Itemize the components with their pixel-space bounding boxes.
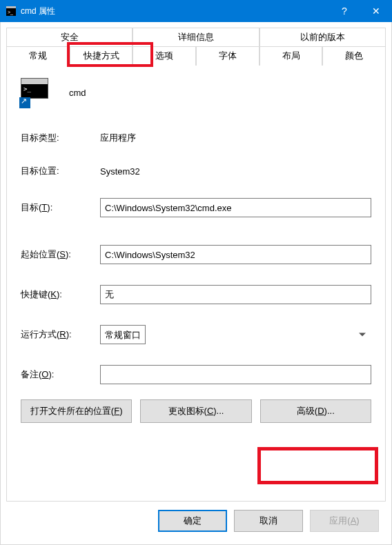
tab-colors[interactable]: 颜色 xyxy=(322,47,386,66)
shortcut-page: cmd 目标类型: 应用程序 目标位置: System32 目标(T): 起始位… xyxy=(6,66,386,502)
svg-rect-1 xyxy=(6,6,16,8)
start-in-input[interactable] xyxy=(100,245,371,264)
apply-button[interactable]: 应用(A) xyxy=(310,510,379,532)
svg-text:>_: >_ xyxy=(8,10,13,15)
tab-options[interactable]: 选项 xyxy=(133,47,196,66)
advanced-button[interactable]: 高级(D)... xyxy=(260,399,371,423)
run-label: 运行方式(R): xyxy=(21,328,100,341)
tab-container: 安全 详细信息 以前的版本 常规 快捷方式 选项 字体 布局 颜色 xyxy=(6,28,386,66)
shortcut-name: cmd xyxy=(69,88,86,98)
app-icon: >_ xyxy=(6,6,17,17)
target-type-label: 目标类型: xyxy=(21,132,100,144)
shortcut-key-label: 快捷键(K): xyxy=(21,288,100,301)
ok-button[interactable]: 确定 xyxy=(158,510,227,532)
run-select[interactable]: 常规窗口 xyxy=(100,325,146,344)
tab-layout[interactable]: 布局 xyxy=(259,47,323,66)
dialog-content: 安全 详细信息 以前的版本 常规 快捷方式 选项 字体 布局 颜色 cmd 目标… xyxy=(0,22,392,545)
close-button[interactable]: ✕ xyxy=(360,0,392,22)
target-location-value: System32 xyxy=(100,166,140,177)
comment-input[interactable] xyxy=(100,365,371,384)
change-icon-button[interactable]: 更改图标(C)... xyxy=(140,399,251,423)
tab-security[interactable]: 安全 xyxy=(6,28,133,47)
shortcut-key-input[interactable] xyxy=(100,285,371,304)
tab-font[interactable]: 字体 xyxy=(196,47,259,66)
target-type-value: 应用程序 xyxy=(100,132,136,144)
target-location-label: 目标位置: xyxy=(21,165,100,177)
window-titlebar: >_ cmd 属性 ? ✕ xyxy=(0,0,392,22)
tab-previous-versions[interactable]: 以前的版本 xyxy=(259,28,386,47)
tab-general[interactable]: 常规 xyxy=(6,47,70,66)
annotation-highlight-advanced xyxy=(257,447,378,484)
start-in-label: 起始位置(S): xyxy=(21,248,100,261)
target-input[interactable] xyxy=(100,198,371,217)
comment-label: 备注(O): xyxy=(21,368,100,381)
shortcut-target-icon xyxy=(21,78,50,107)
help-button[interactable]: ? xyxy=(329,0,360,22)
tab-shortcut[interactable]: 快捷方式 xyxy=(70,47,133,66)
open-file-location-button[interactable]: 打开文件所在的位置(F) xyxy=(21,399,132,423)
tab-details[interactable]: 详细信息 xyxy=(133,28,259,47)
dialog-footer: 确定 取消 应用(A) xyxy=(6,502,386,539)
target-label: 目标(T): xyxy=(21,201,100,214)
cancel-button[interactable]: 取消 xyxy=(234,510,303,532)
window-title: cmd 属性 xyxy=(21,6,329,17)
